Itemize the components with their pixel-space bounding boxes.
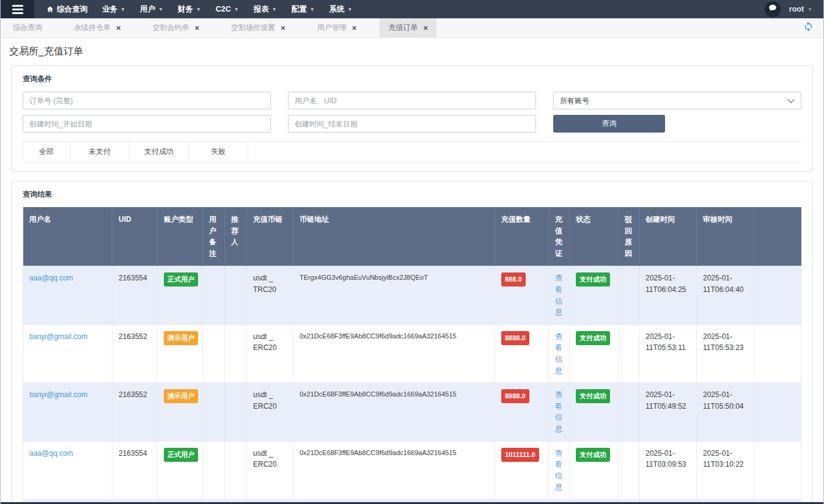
sidebar-toggle-button[interactable]	[1, 0, 34, 18]
cell-reject-reason	[619, 441, 639, 499]
filter-failed[interactable]: 失败	[189, 142, 248, 162]
cell-chain: usdt _ TRC20	[247, 266, 293, 324]
tab-user-management[interactable]: 用户管理 ×	[309, 18, 366, 37]
user-name: root	[789, 5, 804, 13]
chevron-down-icon: ▼	[234, 7, 239, 12]
nav-item-label: 业务	[102, 4, 117, 15]
end-date-input[interactable]	[288, 115, 536, 133]
nav-item-label: 用户	[140, 4, 155, 15]
messages-button[interactable]	[765, 1, 781, 17]
chevron-down-icon: ▼	[348, 7, 353, 12]
account-select[interactable]: 所有账号	[553, 92, 801, 109]
cell-username: aaa@qq.com	[23, 441, 112, 499]
tab-label: 交割合约单	[153, 23, 189, 33]
cell-referrer	[225, 441, 247, 499]
nav-item-users[interactable]: 用户 ▼	[140, 4, 163, 15]
filter-all[interactable]: 全部	[23, 142, 70, 162]
cell-audited-at: 2025-01-11T06:04:40	[697, 266, 754, 324]
username-link[interactable]: aaa@qq.com	[29, 449, 73, 458]
cell-actions	[754, 383, 801, 441]
tab-label: 用户管理	[317, 23, 347, 33]
amount-badge: 8888.0	[501, 389, 529, 403]
close-icon[interactable]: ×	[423, 24, 428, 32]
tab-overview[interactable]: 综合查询	[4, 18, 51, 37]
cell-referrer	[225, 266, 247, 324]
view-info-link[interactable]: 查看信息	[555, 274, 562, 316]
col-status: 状态	[570, 207, 619, 266]
order-no-input[interactable]	[23, 92, 271, 109]
nav-item-overview[interactable]: 综合查询	[46, 4, 87, 15]
cell-address: TErgx4GG3v6ghaEuVuNbsjyiBcx2J8QEoT	[293, 266, 495, 324]
cell-account-type: 演示用户	[158, 324, 203, 382]
nav-item-business[interactable]: 业务 ▼	[102, 4, 125, 15]
col-address: 币链地址	[293, 207, 495, 266]
nav-item-reports[interactable]: 报表 ▼	[254, 4, 277, 15]
close-icon[interactable]: ×	[195, 24, 200, 32]
cell-actions	[754, 324, 801, 382]
tab-label: 综合查询	[13, 23, 42, 33]
cell-voucher: 查看信息	[549, 383, 570, 441]
cell-status: 支付成功	[570, 324, 619, 382]
username-link[interactable]: aaa@qq.com	[29, 274, 73, 282]
cell-uid: 2163552	[112, 324, 158, 382]
page-title: 交易所_充值订单	[1, 38, 823, 64]
main-menu: 综合查询 业务 ▼ 用户 ▼ 财务 ▼ C2C ▼ 报表 ▼	[34, 0, 352, 18]
close-icon[interactable]: ×	[281, 24, 285, 32]
col-chain: 充值币链	[247, 207, 293, 266]
user-menu[interactable]: root ▼	[789, 5, 812, 13]
col-uid: UID	[112, 207, 158, 266]
table-row: tianyi@gmail.com 2163552 演示用户 usdt _ ERC…	[23, 324, 801, 382]
tab-delivery-control[interactable]: 交割场控设置 ×	[223, 18, 294, 37]
home-icon	[46, 5, 54, 13]
refresh-button[interactable]	[803, 18, 823, 37]
nav-item-config[interactable]: 配置 ▼	[292, 4, 315, 15]
top-navbar: 综合查询 业务 ▼ 用户 ▼ 财务 ▼ C2C ▼ 报表 ▼	[1, 0, 823, 18]
view-info-link[interactable]: 查看信息	[555, 332, 562, 375]
cell-audited-at: 2025-01-11T05:53:23	[697, 324, 754, 382]
nav-item-label: 报表	[254, 4, 269, 15]
query-panel-title: 查询条件	[23, 74, 801, 84]
account-type-badge: 演示用户	[164, 389, 198, 403]
filter-unpaid[interactable]: 未支付	[70, 142, 130, 162]
cell-amount: 888.0	[495, 266, 549, 324]
search-button[interactable]: 查询	[553, 115, 665, 133]
status-badge: 支付成功	[576, 272, 610, 287]
account-type-badge: 正式用户	[164, 448, 198, 462]
nav-item-finance[interactable]: 财务 ▼	[178, 4, 201, 15]
cell-audited-at: 2025-01-11T03:10:22	[697, 441, 754, 499]
cell-chain: usdt _ ERC20	[247, 441, 293, 499]
cell-amount: 8888.0	[495, 383, 549, 441]
table-row: aaa@qq.com 2163554 正式用户 usdt _ TRC20 TEr…	[23, 266, 801, 324]
cell-actions	[754, 441, 801, 499]
view-info-link[interactable]: 查看信息	[555, 390, 562, 433]
tab-delivery-contracts[interactable]: 交割合约单 ×	[144, 18, 208, 37]
view-info-link[interactable]: 查看信息	[555, 449, 562, 492]
cell-amount: 1011111.0	[495, 441, 549, 499]
tab-perpetual-positions[interactable]: 永续持仓单 ×	[65, 18, 130, 37]
cell-account-type: 正式用户	[158, 441, 203, 499]
chevron-down-icon: ▼	[310, 7, 315, 12]
cell-address: 0x21DcE68F3ffE9Ab8CC9f6d9adc1669aA321645…	[293, 324, 495, 382]
open-tabs-bar: 综合查询 永续持仓单 × 交割合约单 × 交割场控设置 × 用户管理 × 充值订…	[1, 18, 823, 38]
username-link[interactable]: tianyi@gmail.com	[29, 390, 87, 399]
cell-amount: 8888.0	[495, 324, 549, 382]
nav-item-c2c[interactable]: C2C ▼	[216, 5, 239, 13]
tab-label: 永续持仓单	[74, 23, 111, 33]
username-uid-input[interactable]	[288, 92, 536, 109]
cell-chain: usdt _ ERC20	[247, 383, 293, 441]
cell-actions	[754, 266, 801, 324]
start-date-input[interactable]	[23, 115, 271, 133]
username-link[interactable]: tianyi@gmail.com	[29, 332, 87, 341]
amount-badge: 888.0	[501, 272, 526, 287]
col-audited-at: 审核时间	[697, 207, 754, 266]
filter-paid-success[interactable]: 支付成功	[130, 142, 189, 162]
cell-user-note	[203, 441, 225, 499]
close-icon[interactable]: ×	[116, 24, 121, 32]
account-type-badge: 正式用户	[164, 272, 198, 287]
tab-recharge-orders[interactable]: 充值订单 ×	[380, 18, 436, 37]
cell-created-at: 2025-01-11T06:04:25	[639, 266, 697, 324]
chevron-down-icon: ▼	[196, 7, 201, 12]
cell-username: tianyi@gmail.com	[23, 324, 112, 382]
nav-item-system[interactable]: 系统 ▼	[329, 4, 353, 15]
close-icon[interactable]: ×	[352, 24, 357, 32]
